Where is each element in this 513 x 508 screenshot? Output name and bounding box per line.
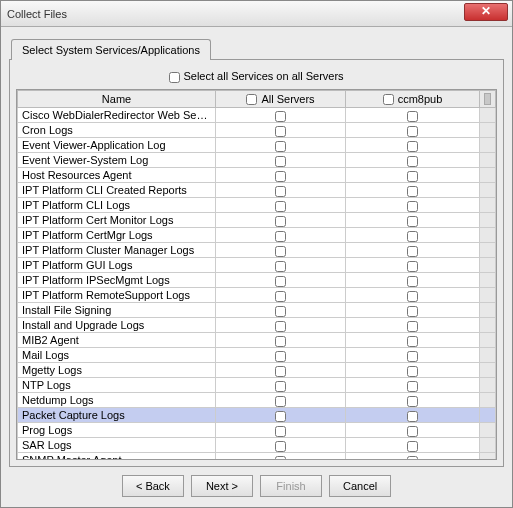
server1-cell — [346, 288, 480, 303]
tab-select-services[interactable]: Select System Services/Applications — [11, 39, 211, 60]
finish-button[interactable]: Finish — [260, 475, 322, 497]
table-row[interactable]: IPT Platform CLI Logs — [18, 198, 496, 213]
server1-checkbox[interactable] — [407, 126, 418, 137]
services-table-scroll[interactable]: Name All Servers ccm8pub C — [17, 90, 496, 459]
server1-checkbox[interactable] — [407, 321, 418, 332]
table-row[interactable]: IPT Platform Cluster Manager Logs — [18, 243, 496, 258]
server1-checkbox[interactable] — [407, 186, 418, 197]
all-servers-checkbox[interactable] — [275, 381, 286, 392]
server1-checkbox[interactable] — [407, 336, 418, 347]
table-row[interactable]: Event Viewer-Application Log — [18, 138, 496, 153]
all-servers-cell — [216, 453, 346, 459]
service-name-cell: Prog Logs — [18, 423, 216, 438]
col-header-name[interactable]: Name — [18, 90, 216, 108]
cancel-button[interactable]: Cancel — [329, 475, 391, 497]
table-row[interactable]: Mail Logs — [18, 348, 496, 363]
server1-checkbox[interactable] — [407, 366, 418, 377]
table-row[interactable]: Packet Capture Logs — [18, 408, 496, 423]
service-name-cell: IPT Platform Cluster Manager Logs — [18, 243, 216, 258]
table-row[interactable]: Prog Logs — [18, 423, 496, 438]
server1-cell — [346, 438, 480, 453]
all-servers-checkbox[interactable] — [275, 396, 286, 407]
server1-checkbox[interactable] — [407, 411, 418, 422]
all-servers-checkbox[interactable] — [275, 336, 286, 347]
service-name-cell: Event Viewer-System Log — [18, 153, 216, 168]
all-servers-checkbox[interactable] — [275, 141, 286, 152]
server1-checkbox[interactable] — [407, 231, 418, 242]
server1-checkbox[interactable] — [407, 171, 418, 182]
window-title: Collect Files — [7, 8, 67, 20]
all-servers-checkbox[interactable] — [275, 456, 286, 459]
all-servers-checkbox[interactable] — [275, 351, 286, 362]
server1-cell — [346, 138, 480, 153]
server1-checkbox[interactable] — [407, 381, 418, 392]
col-header-all-servers[interactable]: All Servers — [216, 90, 346, 108]
server1-checkbox[interactable] — [407, 246, 418, 257]
server1-cell — [346, 108, 480, 123]
table-row[interactable]: Install and Upgrade Logs — [18, 318, 496, 333]
server1-checkbox[interactable] — [407, 441, 418, 452]
all-servers-checkbox[interactable] — [275, 201, 286, 212]
table-row[interactable]: IPT Platform GUI Logs — [18, 258, 496, 273]
scroll-gutter-cell — [480, 108, 496, 123]
server1-cell — [346, 228, 480, 243]
table-row[interactable]: Cisco WebDialerRedirector Web Service — [18, 108, 496, 123]
all-servers-checkbox[interactable] — [275, 156, 286, 167]
server1-header-checkbox[interactable] — [383, 94, 394, 105]
table-row[interactable]: MIB2 Agent — [18, 333, 496, 348]
select-all-label-wrap[interactable]: Select all Services on all Servers — [169, 70, 343, 82]
table-row[interactable]: IPT Platform RemoteSupport Logs — [18, 288, 496, 303]
table-row[interactable]: SNMP Master Agent — [18, 453, 496, 459]
server1-checkbox[interactable] — [407, 261, 418, 272]
table-row[interactable]: Netdump Logs — [18, 393, 496, 408]
all-servers-checkbox[interactable] — [275, 216, 286, 227]
all-servers-checkbox[interactable] — [275, 231, 286, 242]
server1-checkbox[interactable] — [407, 396, 418, 407]
server1-checkbox[interactable] — [407, 456, 418, 459]
all-servers-checkbox[interactable] — [275, 306, 286, 317]
table-row[interactable]: IPT Platform CertMgr Logs — [18, 228, 496, 243]
table-row[interactable]: Install File Signing — [18, 303, 496, 318]
all-servers-checkbox[interactable] — [275, 171, 286, 182]
all-servers-checkbox[interactable] — [275, 426, 286, 437]
table-row[interactable]: SAR Logs — [18, 438, 496, 453]
server1-checkbox[interactable] — [407, 111, 418, 122]
all-servers-checkbox[interactable] — [275, 441, 286, 452]
all-servers-checkbox[interactable] — [275, 126, 286, 137]
scroll-gutter-cell — [480, 423, 496, 438]
all-servers-checkbox[interactable] — [275, 411, 286, 422]
table-row[interactable]: Mgetty Logs — [18, 363, 496, 378]
server1-checkbox[interactable] — [407, 306, 418, 317]
all-servers-checkbox[interactable] — [275, 111, 286, 122]
all-servers-checkbox[interactable] — [275, 321, 286, 332]
table-row[interactable]: Host Resources Agent — [18, 168, 496, 183]
server1-checkbox[interactable] — [407, 351, 418, 362]
all-servers-checkbox[interactable] — [275, 291, 286, 302]
table-row[interactable]: Cron Logs — [18, 123, 496, 138]
next-button[interactable]: Next > — [191, 475, 253, 497]
table-row[interactable]: Event Viewer-System Log — [18, 153, 496, 168]
server1-checkbox[interactable] — [407, 156, 418, 167]
all-servers-checkbox[interactable] — [275, 261, 286, 272]
server1-checkbox[interactable] — [407, 426, 418, 437]
table-row[interactable]: IPT Platform Cert Monitor Logs — [18, 213, 496, 228]
all-servers-checkbox[interactable] — [275, 246, 286, 257]
server1-checkbox[interactable] — [407, 201, 418, 212]
select-all-label: Select all Services on all Servers — [183, 70, 343, 82]
all-servers-checkbox[interactable] — [275, 276, 286, 287]
server1-checkbox[interactable] — [407, 276, 418, 287]
all-servers-checkbox[interactable] — [275, 186, 286, 197]
all-servers-header-checkbox[interactable] — [246, 94, 257, 105]
table-row[interactable]: NTP Logs — [18, 378, 496, 393]
table-row[interactable]: IPT Platform IPSecMgmt Logs — [18, 273, 496, 288]
close-button[interactable]: ✕ — [464, 3, 508, 21]
server1-checkbox[interactable] — [407, 216, 418, 227]
table-row[interactable]: IPT Platform CLI Created Reports — [18, 183, 496, 198]
col-header-server1[interactable]: ccm8pub — [346, 90, 480, 108]
select-all-checkbox[interactable] — [169, 72, 180, 83]
all-servers-cell — [216, 138, 346, 153]
all-servers-checkbox[interactable] — [275, 366, 286, 377]
back-button[interactable]: < Back — [122, 475, 184, 497]
server1-checkbox[interactable] — [407, 141, 418, 152]
server1-checkbox[interactable] — [407, 291, 418, 302]
